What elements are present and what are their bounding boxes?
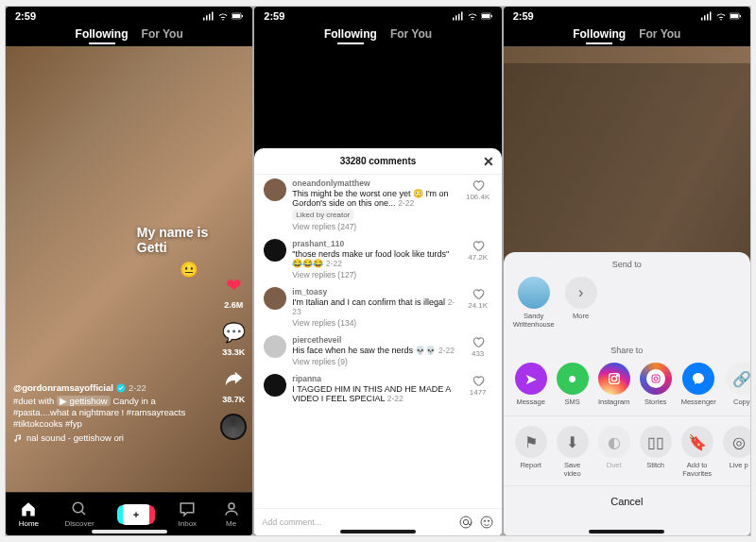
tab-foryou[interactable]: For You — [142, 27, 183, 41]
status-icons — [453, 11, 492, 21]
share-action-row[interactable]: ⚑ Report ⬇ Save video ◐ Duet ▯▯ Stitch 🔖 — [504, 415, 750, 485]
svg-point-33 — [654, 377, 658, 381]
emoji-icon[interactable] — [479, 515, 494, 530]
like-count: 2.6M — [224, 300, 243, 310]
status-time: 2:59 — [264, 10, 284, 22]
comment-input[interactable]: Add comment... — [262, 517, 452, 527]
share-instagram[interactable]: Instagram — [598, 363, 630, 406]
feed-video[interactable]: My name is Getti 😐 ❤ 2.6M 💬 33.3K 38.7K — [6, 46, 252, 492]
copy-link-icon: 🔗 — [726, 363, 750, 395]
share-report[interactable]: ⚑ Report — [515, 426, 547, 478]
top-tabs: Following For You — [6, 24, 252, 46]
home-indicator — [92, 530, 167, 534]
svg-rect-23 — [704, 15, 706, 20]
svg-point-17 — [460, 517, 472, 528]
svg-rect-13 — [461, 12, 463, 21]
emoji-overlay: 😐 — [180, 261, 198, 279]
nav-me[interactable]: Me — [223, 500, 240, 528]
username-row[interactable]: @gordonramsayofficial 2-22 — [13, 382, 196, 393]
comment-like[interactable]: 106.4K — [464, 178, 492, 231]
nav-discover[interactable]: Discover — [65, 500, 94, 528]
share-message[interactable]: ➤ Message — [515, 363, 547, 406]
more-contacts[interactable]: › More — [562, 277, 600, 320]
avatar[interactable] — [264, 178, 286, 201]
comment-item: piercetheveil His face when he saw the n… — [264, 335, 491, 366]
contact-label: Sandy Writtenhouse — [513, 312, 555, 329]
caption-prefix: #duet with — [13, 396, 54, 406]
cancel-button[interactable]: Cancel — [504, 485, 750, 517]
svg-rect-22 — [701, 18, 703, 21]
comment-list[interactable]: oneandonlymatthew This might be the wors… — [254, 175, 501, 508]
share-to-row[interactable]: ➤ Message ● SMS Instagram — [504, 359, 750, 415]
avatar[interactable] — [264, 239, 286, 262]
view-replies[interactable]: View replies (9) — [292, 357, 457, 366]
share-action[interactable]: 38.7K — [220, 366, 247, 404]
verified-icon — [116, 383, 126, 393]
home-indicator — [340, 530, 416, 534]
comment-user[interactable]: ripanna — [292, 374, 457, 383]
comment-user[interactable]: im_toasy — [292, 287, 457, 296]
status-time: 2:59 — [513, 10, 534, 22]
heart-outline-icon — [472, 287, 485, 300]
comment-item: prashant_110 "those nerds make ur food l… — [264, 239, 491, 279]
svg-rect-24 — [707, 14, 709, 21]
nav-home-label: Home — [19, 519, 39, 528]
mention-pill[interactable]: ▶ gettishow — [57, 396, 111, 406]
comment-like[interactable]: 47.2K — [464, 239, 492, 279]
tab-foryou[interactable]: For You — [639, 27, 680, 41]
heart-outline-icon — [472, 239, 485, 252]
top-tabs: Following For You — [254, 24, 501, 46]
comment-like[interactable]: 1477 — [464, 374, 492, 404]
view-replies[interactable]: View replies (134) — [292, 318, 457, 328]
nav-home[interactable]: Home — [19, 500, 39, 528]
share-save[interactable]: ⬇ Save video — [557, 426, 589, 478]
send-contact[interactable]: Sandy Writtenhouse — [515, 277, 553, 329]
comments-count-title: 33280 comments — [340, 156, 417, 166]
share-to-title: Share to — [504, 338, 750, 359]
share-duet[interactable]: ◐ Duet — [598, 426, 630, 478]
comment-action[interactable]: 💬 33.3K — [220, 319, 247, 357]
svg-rect-16 — [490, 15, 491, 17]
share-sms[interactable]: ● SMS — [557, 363, 589, 406]
comment-text: I'm Italian and I can confirm that is il… — [292, 297, 457, 316]
comment-like[interactable]: 433 — [464, 335, 492, 366]
view-replies[interactable]: View replies (247) — [292, 222, 457, 231]
share-stitch[interactable]: ▯▯ Stitch — [640, 426, 672, 478]
share-live[interactable]: ◎ Live p — [723, 426, 750, 478]
share-count: 38.7K — [222, 395, 245, 404]
tab-following[interactable]: Following — [76, 27, 129, 41]
comment-user[interactable]: oneandonlymatthew — [292, 178, 457, 188]
svg-point-18 — [463, 519, 468, 524]
avatar[interactable] — [264, 287, 286, 310]
bookmark-icon: 🔖 — [681, 426, 713, 458]
heart-outline-icon — [472, 374, 485, 387]
username: @gordonramsayofficial — [13, 382, 113, 393]
share-copy[interactable]: 🔗 Copy — [726, 363, 750, 406]
mention-icon[interactable] — [458, 515, 473, 530]
close-comments-button[interactable]: ✕ — [483, 154, 494, 169]
tab-following[interactable]: Following — [324, 27, 377, 41]
like-action[interactable]: ❤ 2.6M — [220, 272, 247, 310]
view-replies[interactable]: View replies (127) — [292, 270, 457, 279]
tab-foryou[interactable]: For You — [390, 27, 432, 41]
tab-following[interactable]: Following — [573, 27, 626, 41]
wifi-icon — [715, 11, 727, 21]
share-messenger[interactable]: Messenger — [681, 363, 716, 406]
comment-user[interactable]: prashant_110 — [292, 239, 457, 248]
avatar[interactable] — [264, 374, 286, 397]
svg-rect-27 — [730, 14, 738, 18]
caption[interactable]: #duet with ▶ gettishow Candy in a #pasta… — [13, 396, 196, 430]
nav-inbox[interactable]: Inbox — [179, 500, 198, 528]
share-favorites[interactable]: 🔖 Add to Favorites — [681, 426, 713, 478]
comments-sheet: 33280 comments ✕ oneandonlymatthew This … — [254, 148, 501, 535]
comment-like[interactable]: 24.1K — [464, 287, 492, 328]
avatar[interactable] — [264, 335, 286, 358]
sound-row[interactable]: nal sound - gettishow ori — [13, 432, 196, 443]
inbox-icon — [179, 500, 196, 517]
nav-create[interactable]: ＋ — [120, 504, 152, 525]
share-stories[interactable]: Stories — [640, 363, 672, 406]
sound-disc[interactable] — [220, 414, 247, 440]
messenger-icon — [682, 363, 714, 395]
svg-rect-28 — [740, 15, 741, 17]
comment-user[interactable]: piercetheveil — [292, 335, 457, 345]
